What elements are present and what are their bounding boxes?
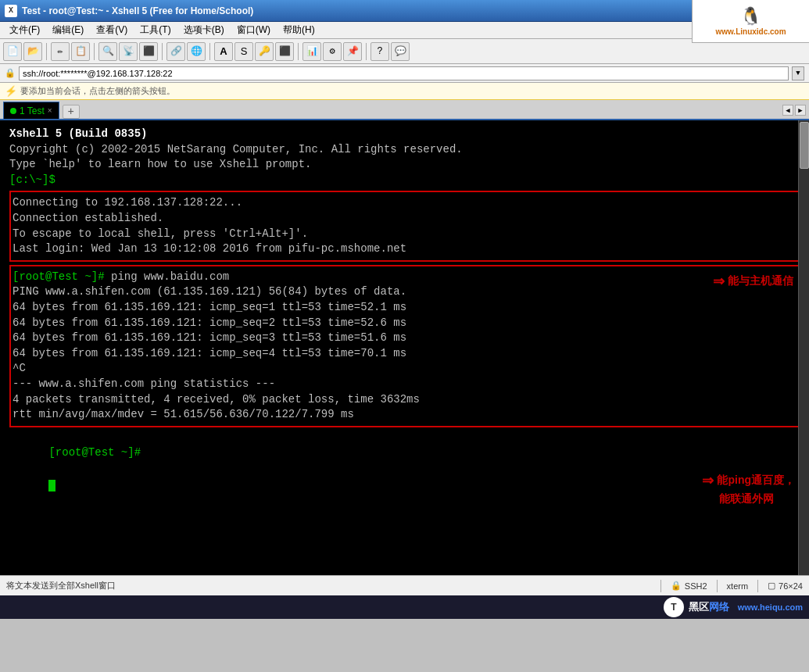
bottom-logo-icon: T [664, 597, 684, 617]
menu-window[interactable]: 窗口(W) [231, 22, 277, 38]
bottom-logo-text: 黑区网络 www.heiqu.com [689, 600, 803, 614]
term-lastlogin: Last login: Wed Jan 13 10:12:08 2016 fro… [13, 241, 796, 257]
toolbar-link[interactable]: 🔗 [166, 42, 185, 61]
toolbar-globe[interactable]: 🌐 [187, 42, 206, 61]
tab-nav: ◀ ▶ [782, 105, 806, 116]
term-ping-2: 64 bytes from 61.135.169.121: icmp_seq=1… [13, 300, 796, 316]
logo-area: 🐧 www.Linuxidc.com [692, 0, 809, 43]
terminal-scrollbar[interactable] [798, 120, 809, 575]
terminal[interactable]: Xshell 5 (Build 0835) Copyright (c) 2002… [0, 120, 809, 575]
address-bar: 🔒 ▼ [0, 64, 809, 83]
tab-status-dot [10, 108, 16, 114]
annotation-1-arrow: ⇒ [713, 273, 725, 290]
lock-status-icon: 🔒 [671, 581, 682, 591]
annotation-1-text: 能与主机通信 [728, 274, 793, 288]
toolbar-pin[interactable]: 📌 [343, 42, 362, 61]
menu-bar: 文件(F) 编辑(E) 查看(V) 工具(T) 选项卡(B) 窗口(W) 帮助(… [0, 22, 809, 39]
bottom-url: www.heiqu.com [738, 602, 803, 612]
tab-label: 1 Test [20, 105, 45, 116]
tab-close-button[interactable]: × [48, 106, 52, 115]
title-bar: X Test - root@Test:~ - Xshell 5 (Free fo… [0, 0, 809, 22]
toolbar-sep-2 [94, 43, 95, 60]
toolbar-help[interactable]: ? [370, 42, 389, 61]
title-bar-left: X Test - root@Test:~ - Xshell 5 (Free fo… [5, 5, 253, 17]
bottom-logo: T 黑区网络 www.heiqu.com [664, 597, 803, 617]
toolbar-sep-3 [162, 43, 163, 60]
terminal-block-2: [root@Test ~]# ping www.baidu.com PING w… [9, 265, 800, 427]
toolbar-connect[interactable]: 📡 [119, 42, 138, 61]
window-title: Test - root@Test:~ - Xshell 5 (Free for … [22, 5, 253, 16]
toolbar-edit[interactable]: ✏️ [51, 42, 70, 61]
status-size-icon: ▢ [768, 581, 775, 591]
address-dropdown[interactable]: ▼ [792, 66, 804, 80]
term-final-prompt: [root@Test ~]# [9, 431, 800, 507]
toolbar-open[interactable]: 📂 [23, 42, 42, 61]
tab-1-test[interactable]: 1 Test × [3, 102, 59, 119]
toolbar-settings[interactable]: ⚙ [323, 42, 342, 61]
annotation-host-comm: ⇒ 能与主机通信 [713, 273, 793, 290]
status-sep-2 [717, 580, 718, 592]
toolbar-stats[interactable]: 📊 [302, 42, 321, 61]
term-escape: To escape to local shell, press 'Ctrl+Al… [13, 227, 796, 242]
address-input[interactable] [19, 66, 789, 80]
toolbar-chat[interactable]: 💬 [391, 42, 410, 61]
menu-edit[interactable]: 编辑(E) [46, 22, 90, 38]
menu-tabs[interactable]: 选项卡(B) [177, 22, 231, 38]
terminal-cursor [48, 480, 55, 491]
status-sep-1 [660, 580, 661, 592]
annotation-ping-comm: ⇒ 能ping通百度， 能联通外网 [702, 472, 795, 506]
toolbar-disconnect[interactable]: ⬛ [139, 42, 158, 61]
term-line-4: Type `help' to learn how to use Xshell p… [9, 157, 800, 173]
terminal-block-1: Connecting to 192.168.137.128:22... Conn… [9, 191, 800, 261]
status-bar: 将文本发送到全部Xshell窗口 🔒 SSH2 xterm ▢ 76×24 [0, 575, 809, 595]
toolbar-sep-1 [46, 43, 47, 60]
status-term: xterm [727, 581, 749, 591]
menu-help[interactable]: 帮助(H) [277, 22, 321, 38]
term-ping-1: PING www.a.shifen.com (61.135.169.121) 5… [13, 284, 796, 300]
term-stats-packets: 4 packets transmitted, 4 received, 0% pa… [13, 392, 796, 408]
toolbar: 📄 📂 ✏️ 📋 🔍 📡 ⬛ 🔗 🌐 A S 🔑 ⬛ 📊 ⚙ 📌 ? 💬 [0, 39, 809, 64]
toolbar-find[interactable]: 🔍 [98, 42, 117, 61]
status-lock: 🔒 SSH2 [671, 581, 707, 591]
lock-icon: 🔒 [5, 68, 16, 78]
term-line-1: Xshell 5 (Build 0835) [9, 127, 800, 142]
scrollbar-thumb[interactable] [800, 122, 809, 169]
hint-icon: ⚡ [5, 85, 17, 97]
toolbar-key[interactable]: 🔑 [255, 42, 274, 61]
toolbar-black[interactable]: ⬛ [275, 42, 294, 61]
menu-file[interactable]: 文件(F) [3, 22, 46, 38]
tab-add-button[interactable]: + [63, 105, 80, 119]
session-hint-bar: ⚡ 要添加当前会话，点击左侧的箭头按钮。 [0, 83, 809, 100]
tab-next-button[interactable]: ▶ [795, 105, 806, 116]
toolbar-sep-5 [298, 43, 299, 60]
toolbar-copy[interactable]: 📋 [71, 42, 90, 61]
status-send-text: 将文本发送到全部Xshell窗口 [6, 580, 651, 592]
status-ssh-label: SSH2 [685, 581, 707, 591]
status-size-label: 76×24 [779, 581, 803, 591]
tux-icon: 🐧 [740, 6, 761, 27]
term-ping-4: 64 bytes from 61.135.169.121: icmp_seq=3… [13, 331, 796, 346]
menu-view[interactable]: 查看(V) [90, 22, 134, 38]
logo-text: www.Linuxidc.com [715, 27, 786, 36]
term-ping-5: 64 bytes from 61.135.169.121: icmp_seq=4… [13, 346, 796, 362]
status-term-label: xterm [727, 581, 749, 591]
toolbar-font[interactable]: A [214, 42, 233, 61]
menu-tools[interactable]: 工具(T) [134, 22, 177, 38]
app-icon: X [5, 5, 17, 17]
term-stats-rtt: rtt min/avg/max/mdev = 51.615/56.636/70.… [13, 407, 796, 423]
term-stats-header: --- www.a.shifen.com ping statistics --- [13, 377, 796, 392]
term-prompt-local: [c:\~]$ [9, 173, 800, 188]
toolbar-sep-6 [366, 43, 367, 60]
annotation-2-line2: 能联通外网 [719, 492, 774, 505]
term-ctrl-c: ^C [13, 361, 796, 377]
status-size: ▢ 76×24 [768, 581, 803, 591]
annotation-2-arrow: ⇒ [702, 472, 714, 489]
term-established: Connection established. [13, 211, 796, 227]
tab-prev-button[interactable]: ◀ [782, 105, 793, 116]
tab-bar: 1 Test × + ◀ ▶ [0, 100, 809, 120]
term-ping-3: 64 bytes from 61.135.169.121: icmp_seq=2… [13, 316, 796, 331]
toolbar-script[interactable]: S [234, 42, 253, 61]
toolbar-new[interactable]: 📄 [3, 42, 22, 61]
bottom-bar: T 黑区网络 www.heiqu.com [0, 595, 809, 619]
term-ping-cmd: [root@Test ~]# ping www.baidu.com [13, 270, 796, 285]
